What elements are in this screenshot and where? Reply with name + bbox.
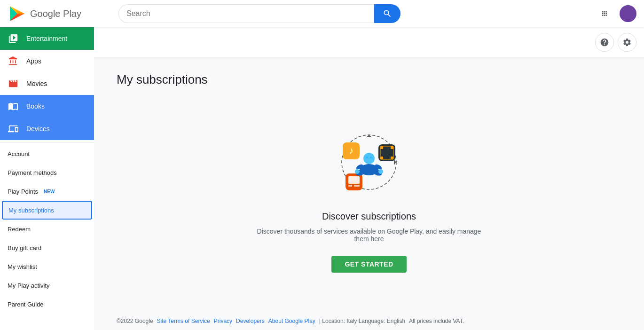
empty-state-title: Discover subscriptions (322, 211, 416, 222)
svg-rect-10 (380, 146, 383, 149)
content-toolbar (94, 27, 644, 57)
subscription-svg: ♪ (331, 125, 407, 200)
search-input[interactable] (118, 4, 374, 23)
header-right (597, 5, 636, 22)
main-content: My subscriptions ♪ (94, 27, 644, 330)
help-button[interactable] (595, 33, 614, 52)
svg-rect-13 (391, 157, 393, 159)
sidebar-item-devices[interactable]: Devices (0, 118, 94, 140)
apps-icon (8, 55, 19, 67)
svg-rect-18 (354, 185, 360, 187)
entertainment-label: Entertainment (26, 35, 67, 42)
svg-marker-6 (366, 135, 372, 137)
sidebar-item-account[interactable]: Account (0, 144, 94, 163)
parent-guide-label: Parent Guide (8, 301, 44, 308)
sidebar-item-my-wishlist[interactable]: My wishlist (0, 257, 94, 276)
apps-label: Apps (26, 57, 41, 65)
sidebar-item-apps[interactable]: Apps (0, 50, 94, 72)
svg-text:♪: ♪ (349, 145, 353, 156)
books-label: Books (26, 102, 45, 110)
books-icon (8, 101, 19, 112)
my-subscriptions-label: My subscriptions (8, 207, 54, 214)
payment-methods-label: Payment methods (8, 169, 57, 176)
sidebar-item-play-points[interactable]: Play Points New (0, 182, 94, 201)
main-nav: Entertainment Apps Movies (0, 27, 94, 140)
header: Google Play (0, 0, 644, 27)
sidebar-item-movies[interactable]: Movies (0, 72, 94, 95)
sidebar-item-payment-methods[interactable]: Payment methods (0, 163, 94, 182)
sidebar-item-redeem[interactable]: Redeem (0, 220, 94, 238)
get-started-button[interactable]: GET STARTED (331, 256, 406, 273)
sidebar-item-buy-gift-card[interactable]: Buy gift card (0, 238, 94, 257)
sidebar-item-my-play-activity[interactable]: My Play activity (0, 276, 94, 295)
svg-point-27 (355, 169, 360, 174)
vat-info: All prices include VAT. (409, 318, 464, 324)
account-label: Account (8, 150, 30, 157)
my-play-activity-label: My Play activity (8, 282, 50, 289)
sidebar-divider (0, 142, 94, 142)
developers-link[interactable]: Developers (236, 318, 265, 324)
google-apps-icon[interactable] (597, 6, 612, 21)
search-button[interactable] (374, 4, 401, 23)
empty-state-description: Discover thousands of services available… (251, 228, 487, 243)
layout: Entertainment Apps Movies (0, 27, 644, 330)
footer: ©2022 Google Site Terms of Service Priva… (94, 306, 644, 330)
play-logo-icon (8, 4, 26, 23)
help-icon (600, 38, 609, 47)
sidebar-item-my-subscriptions[interactable]: My subscriptions (2, 201, 92, 220)
page-title: My subscriptions (117, 72, 621, 87)
subscription-illustration: ♪ (331, 125, 407, 200)
settings-icon (622, 38, 632, 47)
devices-label: Devices (26, 125, 50, 133)
google-play-logo[interactable]: Google Play (8, 4, 111, 23)
tos-link[interactable]: Site Terms of Service (157, 318, 210, 324)
user-avatar[interactable] (620, 5, 636, 22)
empty-state: ♪ (117, 106, 621, 291)
svg-point-19 (363, 153, 375, 164)
about-link[interactable]: About Google Play (268, 318, 315, 324)
copyright: ©2022 Google (117, 318, 153, 324)
entertainment-icon (8, 33, 19, 44)
content-area: My subscriptions ♪ (94, 57, 644, 306)
buy-gift-card-label: Buy gift card (8, 244, 41, 251)
my-wishlist-label: My wishlist (8, 263, 37, 270)
svg-rect-16 (348, 176, 360, 184)
svg-point-21 (370, 157, 372, 158)
sidebar-item-books[interactable]: Books (0, 95, 94, 118)
svg-rect-11 (391, 146, 393, 149)
privacy-link[interactable]: Privacy (214, 318, 232, 324)
movies-icon (8, 78, 19, 89)
location-info: | Location: Italy Language: English (319, 318, 405, 324)
logo-text: Google Play (30, 8, 81, 19)
sidebar-item-parent-guide[interactable]: Parent Guide (0, 295, 94, 314)
svg-rect-17 (348, 185, 352, 187)
new-badge: New (44, 189, 55, 194)
search-icon (383, 9, 392, 18)
redeem-label: Redeem (8, 226, 31, 233)
sidebar-item-entertainment[interactable]: Entertainment (0, 27, 94, 50)
movies-label: Movies (26, 80, 47, 87)
sub-nav: Account Payment methods Play Points New … (0, 144, 94, 314)
svg-point-28 (378, 169, 383, 174)
svg-rect-12 (380, 157, 383, 159)
sidebar: Entertainment Apps Movies (0, 27, 94, 330)
devices-icon (8, 123, 19, 134)
settings-button[interactable] (618, 33, 636, 52)
play-points-label: Play Points (8, 188, 38, 195)
svg-point-20 (366, 157, 368, 158)
search-bar (118, 4, 401, 23)
